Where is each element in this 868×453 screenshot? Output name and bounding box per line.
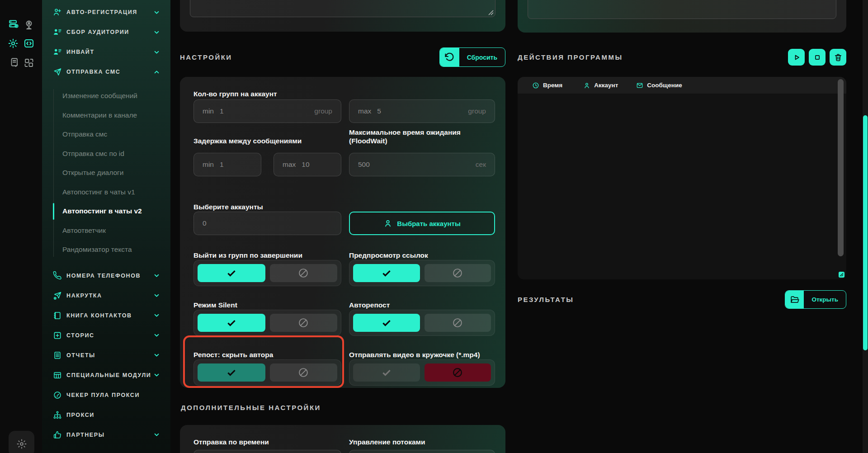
swap-icon[interactable] [24,57,34,68]
sidebar-item-invite[interactable]: ИНВАЙТ [42,42,170,62]
send-by-time-input[interactable] [193,450,341,453]
sidebar-item-label: ЧЕКЕР ПУЛА ПРОКСИ [66,392,140,398]
webcam-user-icon[interactable] [24,19,34,30]
servers-icon[interactable] [8,19,19,29]
sidebar-item-label: СПЕЦИАЛЬНЫЕ МОДУЛИ [66,372,151,378]
sidebar-item-partners[interactable]: ПАРТНЕРЫ [42,425,170,445]
input-suffix: group [314,107,332,115]
extra-settings-card: Отправка по времени Управление потоками [180,425,505,453]
sidebar-item-contact-book[interactable]: КНИГА КОНТАКТОВ [42,306,170,326]
receipt-icon [53,351,62,360]
book-icon [53,311,62,320]
sidebar-item-sms-sending[interactable]: ОТПРАВКА СМС [42,62,170,82]
table-scrollbar-thumb[interactable] [838,79,844,256]
start-button[interactable] [788,49,805,66]
sidebar: АВТО-РЕГИСТРАЦИЯ СБОР АУДИТОРИИ ИНВАЙТ О… [42,0,170,453]
open-results-label: Открыть [804,291,846,308]
column-time: Время [532,82,562,89]
sidebar-item-label: НОМЕРА ТЕЛЕФОНОВ [66,273,141,279]
autorepost-toggle [349,310,495,336]
sidebar-item-proxy-pool-checker[interactable]: ЧЕКЕР ПУЛА ПРОКСИ [42,385,170,405]
send-by-time-label: Отправка по времени [193,438,269,446]
sidebar-item-phone-numbers[interactable]: НОМЕРА ТЕЛЕФОНОВ [42,266,170,286]
submenu-item[interactable]: Автопостинг в чаты v1 [42,183,170,202]
toggle-yes-button[interactable] [353,314,420,332]
input-prefix: min [203,107,214,115]
program-actions-table: Время Аккаунт Сообщение [518,77,846,279]
min-groups-input[interactable]: min 1 group [193,99,341,123]
threads-input[interactable] [349,450,495,453]
submenu-item[interactable]: Отправка смс [42,125,170,144]
video-note-label: Отправлять видео в кружочке (*.mp4) [349,350,480,359]
reset-button[interactable]: Сбросить [439,47,505,67]
sidebar-item-proxy[interactable]: ПРОКСИ [42,405,170,425]
accounts-label: Выберите аккаунты [193,203,263,211]
sidebar-item-label: НАКРУТКА [66,293,102,299]
user-icon [383,219,392,228]
toggle-no-button[interactable] [425,264,491,282]
toggle-no-button[interactable] [270,363,338,382]
sidebar-item-special-modules[interactable]: СПЕЦИАЛЬНЫЕ МОДУЛИ [42,365,170,385]
silent-mode-label: Режим Silent [193,301,237,309]
stop-button[interactable] [809,49,826,66]
page-scrollbar-track[interactable] [863,0,868,453]
program-actions-header-row: ДЕЙСТВИЯ ПРОГРАММЫ [518,47,846,67]
chevron-down-icon [153,292,160,299]
table-header: Время Аккаунт Сообщение [518,77,846,94]
submenu-item-active[interactable]: Автопостинг в чаты v2 [42,202,170,221]
code-window-icon[interactable] [24,38,34,49]
accounts-count-input[interactable]: 0 [193,212,341,235]
table-resize-grip[interactable] [839,272,844,278]
submenu-item[interactable]: Автоответчик [42,221,170,241]
toggle-yes-button[interactable] [198,314,265,332]
sidebar-item-reports[interactable]: ОТЧЕТЫ [42,345,170,365]
sidebar-item-auto-registration[interactable]: АВТО-РЕГИСТРАЦИЯ [42,2,170,22]
link-preview-label: Предпросмотр ссылок [349,251,428,260]
user-icon [583,82,590,89]
sidebar-item-label: ПРОКСИ [66,412,94,418]
sidebar-item-label: СБОР АУДИТОРИИ [66,29,129,35]
message-textarea[interactable] [190,0,495,17]
toggle-yes-button[interactable] [198,363,265,382]
sms-submenu: Изменение сообщений Комментарии в канале… [42,86,170,260]
sidebar-item-boosting[interactable]: НАКРУТКА [42,286,170,306]
extra-settings-title: ДОПОЛНИТЕЛЬНЫЕ НАСТРОЙКИ [181,404,321,411]
max-groups-input[interactable]: max 5 group [349,99,495,123]
toggle-no-button[interactable] [270,264,338,282]
sidebar-item-label: ОТПРАВКА СМС [66,69,120,75]
toggle-yes-button[interactable] [198,264,265,282]
sidebar-item-stories[interactable]: СТОРИС [42,326,170,345]
max-delay-input[interactable]: max 10 [274,153,341,176]
page-scrollbar-thumb[interactable] [863,115,868,350]
phone-icon [53,271,62,280]
open-results-button[interactable]: Открыть [785,290,846,309]
sidebar-item-audience-collection[interactable]: СБОР АУДИТОРИИ [42,22,170,42]
select-accounts-button[interactable]: Выбрать аккаунты [349,212,495,235]
toggle-no-button[interactable] [270,314,338,332]
sidebar-item-label: ОТЧЕТЫ [66,352,95,359]
sidebar-item-label: КНИГА КОНТАКТОВ [66,312,132,319]
submenu-item[interactable]: Комментарии в канале [42,106,170,125]
log-text-card [518,0,846,33]
toggle-no-button[interactable] [425,314,491,332]
gear-module-icon[interactable] [8,38,19,49]
chevron-down-icon [153,48,160,56]
submenu-item[interactable]: Открытые диалоги [42,163,170,183]
resize-grip-icon[interactable] [488,10,494,15]
min-delay-input[interactable]: min 1 [193,153,261,176]
thumbs-up-icon [53,430,62,439]
toggle-no-button[interactable] [425,363,491,382]
submenu-item[interactable]: Изменение сообщений [42,86,170,106]
chevron-up-icon [153,68,160,76]
submenu-item[interactable]: Отправка смс по id [42,144,170,164]
silent-mode-toggle [193,310,341,336]
log-textarea[interactable] [528,0,836,19]
submenu-item[interactable]: Рандомизатор текста [42,240,170,260]
toggle-yes-button[interactable] [353,363,420,382]
toggle-yes-button[interactable] [353,264,420,282]
user-list-icon [53,47,62,57]
settings-gear-button[interactable] [9,431,34,453]
document-check-icon[interactable] [9,57,20,68]
floodwait-input[interactable]: 500 сек [349,153,495,176]
clear-button[interactable] [830,49,846,66]
